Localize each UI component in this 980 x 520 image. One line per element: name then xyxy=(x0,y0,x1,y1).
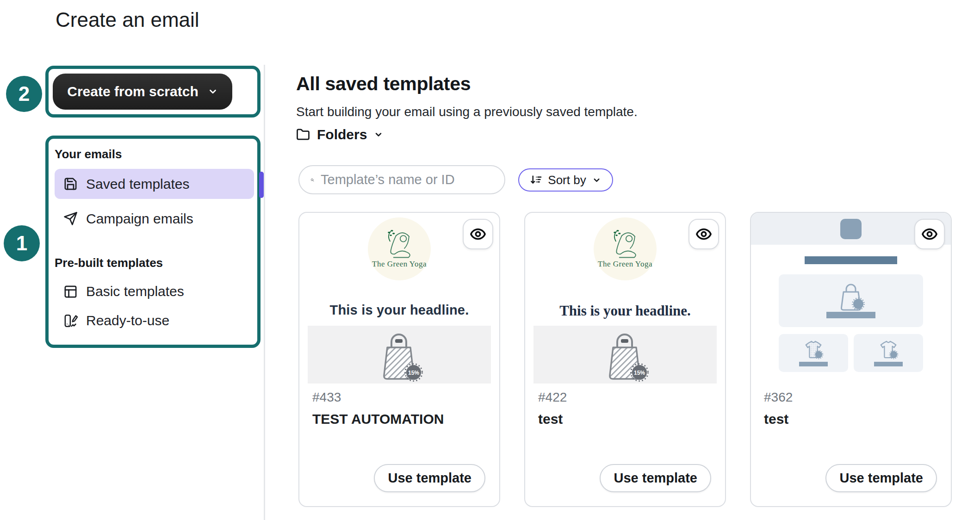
sidebar-item-label: Campaign emails xyxy=(86,211,193,227)
brand-logo: The Green Yoga xyxy=(368,217,431,280)
sort-by-button[interactable]: Sort by xyxy=(518,168,613,192)
layout-icon xyxy=(63,285,78,299)
search-icon xyxy=(310,173,314,186)
template-id: #422 xyxy=(538,390,567,405)
eye-icon xyxy=(470,226,486,242)
page-title: Create an email xyxy=(56,8,199,31)
search-input[interactable] xyxy=(321,172,495,187)
brand-logo: The Green Yoga xyxy=(594,217,657,280)
sidebar-item-label: Ready-to-use xyxy=(86,313,169,328)
create-from-scratch-label: Create from scratch xyxy=(67,84,198,99)
skeleton-product-tile xyxy=(854,334,923,372)
template-id: #362 xyxy=(764,390,793,405)
annotation-badge-1: 1 xyxy=(4,225,40,261)
template-id: #433 xyxy=(312,390,444,405)
save-icon xyxy=(63,177,78,191)
preview-product-image: 15% xyxy=(533,326,717,384)
chevron-down-icon xyxy=(374,130,383,139)
sidebar-item-label: Basic templates xyxy=(86,284,184,299)
use-template-button[interactable]: Use template xyxy=(600,464,711,492)
skeleton-product-panel xyxy=(779,274,923,327)
sidebar-divider xyxy=(264,65,265,520)
chevron-down-icon xyxy=(592,176,601,185)
skeleton-headline-bar xyxy=(805,256,897,264)
sidebar-item-saved-templates[interactable]: Saved templates xyxy=(55,169,254,199)
sidebar-item-label: Saved templates xyxy=(86,176,189,192)
template-name: TEST AUTOMATION xyxy=(312,411,444,427)
annotation-box-create-button: Create from scratch xyxy=(45,66,261,118)
preview-headline: This is your headline. xyxy=(525,303,725,319)
shopping-bag-badge-icon xyxy=(836,283,866,312)
skeleton-product-tile xyxy=(779,334,848,372)
sidebar-item-campaign-emails[interactable]: Campaign emails xyxy=(55,204,254,234)
folders-label: Folders xyxy=(317,127,367,142)
preview-eye-button[interactable] xyxy=(688,219,719,249)
sidebar-item-ready-to-use[interactable]: Ready-to-use xyxy=(55,307,254,334)
sort-by-label: Sort by xyxy=(548,173,586,187)
eye-icon xyxy=(695,226,712,242)
prebuilt-templates-header: Pre-built templates xyxy=(55,256,257,270)
template-name: test xyxy=(764,411,793,427)
card-meta: #433 TEST AUTOMATION xyxy=(312,390,444,427)
template-search xyxy=(298,165,505,194)
create-email-page: Create an email 2 1 Create from scratch … xyxy=(0,0,980,520)
skeleton-text-bar xyxy=(799,362,828,366)
eye-icon xyxy=(921,226,938,242)
yoga-figure-illustration xyxy=(382,229,416,259)
preview-eye-button[interactable] xyxy=(914,219,945,249)
skeleton-text-bar xyxy=(874,362,903,366)
active-section-indicator xyxy=(259,172,264,198)
skeleton-text-bar xyxy=(826,312,875,318)
send-icon xyxy=(63,211,78,226)
chevron-down-icon xyxy=(208,87,218,97)
yoga-figure-illustration xyxy=(608,229,642,259)
use-template-button[interactable]: Use template xyxy=(374,464,485,492)
shopping-bag-discount-icon: 15% xyxy=(601,332,649,384)
annotation-box-sidebar-menu: Your emails Saved templates Campaign ema… xyxy=(45,136,261,348)
section-subheading: Start building your email using a previo… xyxy=(296,105,638,119)
folders-dropdown[interactable]: Folders xyxy=(296,127,383,142)
template-card: The Green Yoga This is your headline. 15… xyxy=(298,212,500,507)
tshirt-badge-icon xyxy=(877,340,900,359)
skeleton-product-row xyxy=(751,334,951,372)
card-meta: #422 test xyxy=(538,390,567,427)
brand-logo-text: The Green Yoga xyxy=(372,260,427,269)
discount-badge-text: 15% xyxy=(634,370,645,376)
card-meta: #362 test xyxy=(764,390,793,427)
your-emails-header: Your emails xyxy=(55,147,257,161)
brand-logo-text: The Green Yoga xyxy=(598,260,652,269)
discount-badge-text: 15% xyxy=(408,370,419,376)
preview-eye-button[interactable] xyxy=(463,219,493,249)
annotation-badge-2: 2 xyxy=(6,76,42,112)
skeleton-logo-placeholder xyxy=(840,219,862,239)
use-template-button[interactable]: Use template xyxy=(825,464,937,492)
create-from-scratch-button[interactable]: Create from scratch xyxy=(53,74,232,110)
template-card: #362 test Use template xyxy=(750,212,952,507)
template-card: The Green Yoga This is your headline. 15… xyxy=(524,212,726,507)
template-pencil-icon xyxy=(63,314,78,328)
section-heading: All saved templates xyxy=(296,73,471,95)
sidebar-item-basic-templates[interactable]: Basic templates xyxy=(55,278,254,305)
shopping-bag-discount-icon: 15% xyxy=(375,332,423,384)
preview-product-image: 15% xyxy=(308,326,491,384)
template-name: test xyxy=(538,411,567,427)
tshirt-badge-icon xyxy=(802,340,825,359)
folder-icon xyxy=(296,128,310,142)
sort-icon xyxy=(530,174,542,186)
preview-headline: This is your headline. xyxy=(299,303,499,319)
